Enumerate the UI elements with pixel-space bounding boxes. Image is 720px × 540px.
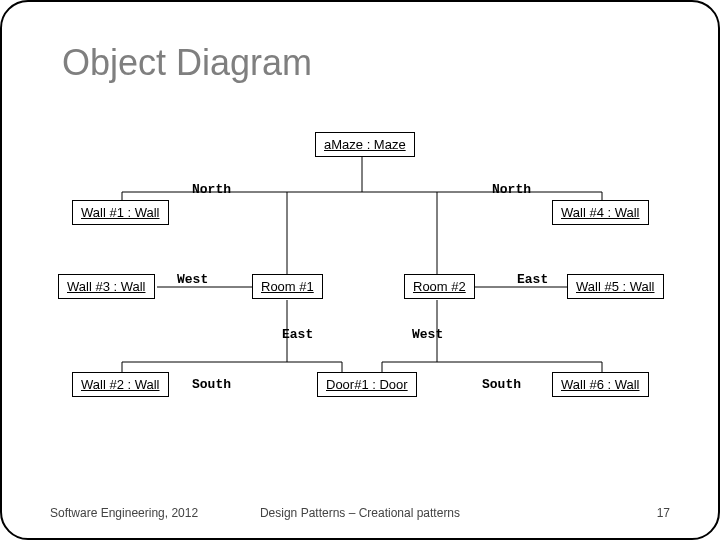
footer-page-number: 17: [657, 506, 670, 520]
label-east: East: [517, 272, 548, 287]
label-south-right: South: [482, 377, 521, 392]
object-room1-label: Room #1: [261, 279, 314, 294]
object-wall6-label: Wall #6 : Wall: [561, 377, 640, 392]
object-maze-label: aMaze : Maze: [324, 137, 406, 152]
label-west: West: [177, 272, 208, 287]
object-door1: Door#1 : Door: [317, 372, 417, 397]
object-wall3: Wall #3 : Wall: [58, 274, 155, 299]
object-wall6: Wall #6 : Wall: [552, 372, 649, 397]
object-room2-label: Room #2: [413, 279, 466, 294]
object-wall2: Wall #2 : Wall: [72, 372, 169, 397]
object-wall5-label: Wall #5 : Wall: [576, 279, 655, 294]
label-west2: West: [412, 327, 443, 342]
object-maze: aMaze : Maze: [315, 132, 415, 157]
object-wall1-label: Wall #1 : Wall: [81, 205, 160, 220]
footer-center: Design Patterns – Creational patterns: [2, 506, 718, 520]
object-room1: Room #1: [252, 274, 323, 299]
slide-title: Object Diagram: [62, 42, 312, 84]
object-room2: Room #2: [404, 274, 475, 299]
label-north-right: North: [492, 182, 531, 197]
slide-frame: Object Diagram: [0, 0, 720, 540]
object-wall3-label: Wall #3 : Wall: [67, 279, 146, 294]
label-south-left: South: [192, 377, 231, 392]
label-east2: East: [282, 327, 313, 342]
object-wall1: Wall #1 : Wall: [72, 200, 169, 225]
object-door1-label: Door#1 : Door: [326, 377, 408, 392]
object-wall5: Wall #5 : Wall: [567, 274, 664, 299]
object-wall4: Wall #4 : Wall: [552, 200, 649, 225]
object-diagram: aMaze : Maze Wall #1 : Wall Wall #4 : Wa…: [42, 132, 682, 452]
object-wall4-label: Wall #4 : Wall: [561, 205, 640, 220]
label-north-left: North: [192, 182, 231, 197]
object-wall2-label: Wall #2 : Wall: [81, 377, 160, 392]
